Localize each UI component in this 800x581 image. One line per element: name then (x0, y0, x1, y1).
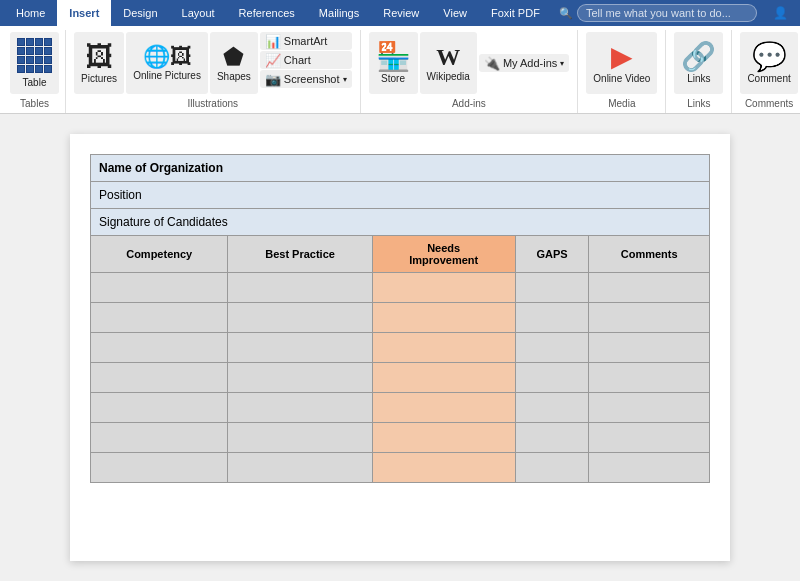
col-header-gaps: GAPS (515, 236, 589, 273)
table-row (91, 333, 710, 363)
cell-competency (91, 273, 228, 303)
table-row (91, 393, 710, 423)
table-row-org: Name of Organization (91, 155, 710, 182)
illustrations-small-col: 📊 SmartArt 📈 Chart 📷 Screenshot ▾ (260, 32, 352, 94)
chart-button[interactable]: 📈 Chart (260, 51, 352, 69)
cell-competency (91, 363, 228, 393)
ribbon-group-tables: Table Tables (4, 30, 66, 113)
addins-content: 🏪 Store W Wikipedia 🔌 My Add-ins ▾ (369, 32, 570, 98)
tab-insert[interactable]: Insert (57, 0, 111, 26)
cell-needs (372, 453, 515, 483)
table-row (91, 303, 710, 333)
ribbon-group-media: ▶ Online Video Media (578, 30, 666, 113)
cell-competency (91, 303, 228, 333)
cell-comments (589, 393, 710, 423)
col-header-bestpractice: Best Practice (228, 236, 372, 273)
tab-home[interactable]: Home (4, 0, 57, 26)
user-icon[interactable]: 👤 (765, 0, 796, 26)
wikipedia-label: Wikipedia (427, 71, 470, 82)
col-header-needs: NeedsImprovement (372, 236, 515, 273)
table-button[interactable]: Table (10, 32, 59, 94)
cell-comments (589, 363, 710, 393)
table-row-signature: Signature of Candidates (91, 209, 710, 236)
tab-review[interactable]: Review (371, 0, 431, 26)
ribbon-group-comments: 💬 Comment Comments (732, 30, 800, 113)
my-addins-icon: 🔌 (484, 56, 500, 71)
table-row-header: Competency Best Practice NeedsImprovemen… (91, 236, 710, 273)
ribbon-group-addins: 🏪 Store W Wikipedia 🔌 My Add-ins ▾ Add-i… (361, 30, 579, 113)
cell-needs (372, 303, 515, 333)
cell-gaps (515, 363, 589, 393)
online-pictures-button[interactable]: 🌐🖼 Online Pictures (126, 32, 208, 94)
position-cell: Position (91, 182, 710, 209)
online-pictures-label: Online Pictures (133, 70, 201, 81)
ribbon-group-links: 🔗 Links Links (666, 30, 732, 113)
table-row (91, 273, 710, 303)
my-addins-button[interactable]: 🔌 My Add-ins ▾ (479, 54, 569, 72)
ribbon-group-illustrations: 🖼 Pictures 🌐🖼 Online Pictures ⬟ Shapes 📊… (66, 30, 361, 113)
smartart-button[interactable]: 📊 SmartArt (260, 32, 352, 50)
store-label: Store (381, 73, 405, 84)
cell-gaps (515, 453, 589, 483)
cell-bestpractice (228, 303, 372, 333)
cell-bestpractice (228, 363, 372, 393)
shapes-button[interactable]: ⬟ Shapes (210, 32, 258, 94)
tab-foxit[interactable]: Foxit PDF (479, 0, 552, 26)
screenshot-button[interactable]: 📷 Screenshot ▾ (260, 70, 352, 88)
comments-content: 💬 Comment (740, 32, 797, 98)
cell-gaps (515, 423, 589, 453)
links-button[interactable]: 🔗 Links (674, 32, 723, 94)
col-header-comments: Comments (589, 236, 710, 273)
cell-bestpractice (228, 423, 372, 453)
store-button[interactable]: 🏪 Store (369, 32, 418, 94)
cell-needs (372, 273, 515, 303)
org-cell: Name of Organization (91, 155, 710, 182)
ribbon-search-area: 🔍 (559, 0, 765, 26)
ribbon-tabs: Home Insert Design Layout References Mai… (0, 0, 800, 26)
screenshot-dropdown-icon: ▾ (343, 75, 347, 84)
links-icon: 🔗 (681, 43, 716, 71)
addins-small-col: 🔌 My Add-ins ▾ (479, 32, 569, 94)
tab-mailings[interactable]: Mailings (307, 0, 371, 26)
document-area: Name of Organization Position Signature … (0, 114, 800, 581)
cell-comments (589, 333, 710, 363)
cell-needs (372, 423, 515, 453)
my-addins-dropdown-icon: ▾ (560, 59, 564, 68)
cell-comments (589, 423, 710, 453)
cell-gaps (515, 303, 589, 333)
pictures-button[interactable]: 🖼 Pictures (74, 32, 124, 94)
media-content: ▶ Online Video (586, 32, 657, 98)
chart-icon: 📈 (265, 53, 281, 68)
cell-competency (91, 423, 228, 453)
search-input[interactable] (577, 4, 757, 22)
cell-competency (91, 333, 228, 363)
smartart-icon: 📊 (265, 34, 281, 49)
comment-label: Comment (747, 73, 790, 84)
tab-view[interactable]: View (431, 0, 479, 26)
addins-group-label: Add-ins (452, 98, 486, 111)
tab-design[interactable]: Design (111, 0, 169, 26)
cell-bestpractice (228, 333, 372, 363)
pictures-icon: 🖼 (85, 43, 113, 71)
cell-bestpractice (228, 273, 372, 303)
my-addins-label: My Add-ins (503, 57, 557, 69)
table-row (91, 423, 710, 453)
cell-comments (589, 453, 710, 483)
table-row (91, 363, 710, 393)
table-row-position: Position (91, 182, 710, 209)
online-video-button[interactable]: ▶ Online Video (586, 32, 657, 94)
online-video-label: Online Video (593, 73, 650, 84)
wikipedia-button[interactable]: W Wikipedia (420, 32, 477, 94)
links-content: 🔗 Links (674, 32, 723, 98)
cell-needs (372, 393, 515, 423)
cell-bestpractice (228, 453, 372, 483)
comment-button[interactable]: 💬 Comment (740, 32, 797, 94)
links-label: Links (687, 73, 710, 84)
tab-layout[interactable]: Layout (170, 0, 227, 26)
tab-references[interactable]: References (227, 0, 307, 26)
cell-needs (372, 363, 515, 393)
ribbon-body: Table Tables 🖼 Pictures 🌐🖼 Online Pictur… (0, 26, 800, 114)
cell-bestpractice (228, 393, 372, 423)
col-header-competency: Competency (91, 236, 228, 273)
cell-comments (589, 303, 710, 333)
